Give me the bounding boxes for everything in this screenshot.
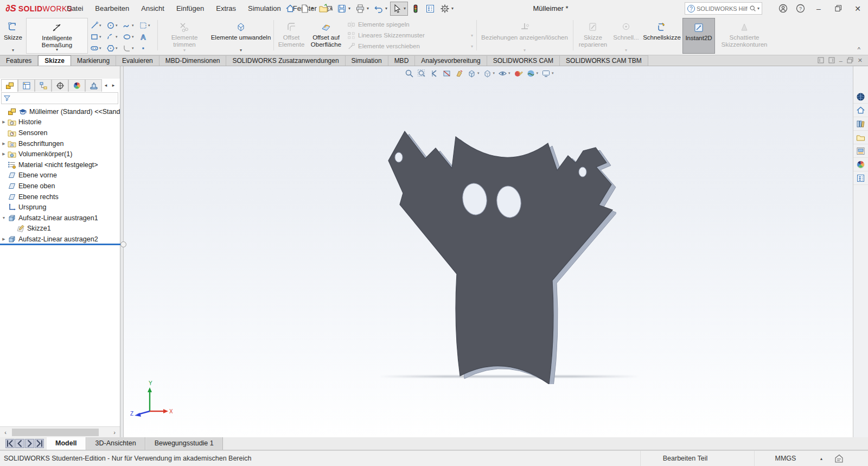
ribbon-collapse-chevron[interactable]: ^ [858,46,860,53]
line-tool-button[interactable]: ▾ [90,20,106,31]
tab-features[interactable]: Features [0,55,38,66]
smart-dimension-button[interactable]: Intelligente Bemaßung ▾ [26,18,88,54]
section-view-button[interactable] [441,67,453,79]
save-button[interactable]: ▾ [335,2,353,16]
tree-item-aufsatz-linear-austragen2[interactable]: ▶Aufsatz-Linear austragen2 [0,234,120,245]
arc-tool-button[interactable]: ▾ [106,31,123,42]
tree-filter-box[interactable] [1,92,118,104]
tree-item-beschriftungen[interactable]: ▶ABeschriftungen [0,138,120,149]
bottom-tab-modell[interactable]: Modell [46,437,86,450]
nav-last-button[interactable] [35,439,44,448]
instant2d-button[interactable]: Instant2D [682,18,715,54]
scroll-right-icon[interactable]: › [110,428,119,437]
tab-solidworks-cam[interactable]: SOLIDWORKS CAM [487,55,560,66]
display-style-button[interactable]: ▾ [481,67,497,79]
chevron-down-icon[interactable]: ▾ [1,48,25,53]
chevron-down-icon[interactable]: ▾ [508,71,510,75]
featuremanager-tab[interactable] [1,79,18,92]
pane-left-icon[interactable] [818,57,824,65]
minimize-button[interactable]: – [810,1,827,16]
rollback-bar[interactable] [0,244,120,245]
chevron-down-icon[interactable]: ▾ [552,71,554,75]
chevron-down-icon[interactable]: ▾ [132,35,134,39]
resources-globe-tab[interactable] [853,90,868,104]
pane-right-icon[interactable] [828,57,835,65]
view-settings-button[interactable]: ▾ [540,67,556,79]
search-input[interactable] [695,5,749,12]
configurationmanager-tab[interactable] [35,79,52,92]
chevron-down-icon[interactable]: ▾ [132,23,134,28]
help-icon[interactable]: ? [793,2,807,16]
previous-view-button[interactable] [428,67,441,79]
rebuild-traffic-light-button[interactable] [409,2,423,16]
tree-item-aufsatz-linear-austragen1[interactable]: ▼Aufsatz-Linear austragen1 [0,213,120,224]
chevron-down-icon[interactable]: ▾ [116,23,118,28]
displaymanager-tab[interactable] [68,79,85,92]
panel-scroll-right-icon[interactable]: ▸ [110,79,117,92]
chevron-down-icon[interactable]: ▾ [311,6,314,11]
spline-tool-button[interactable]: ▾ [123,20,139,31]
chevron-down-icon[interactable]: ▾ [132,46,134,50]
doc-minimize-icon[interactable]: – [839,58,843,64]
chevron-down-icon[interactable]: ▾ [99,23,101,28]
chevron-down-icon[interactable]: ▾ [99,46,101,50]
move-entities-button[interactable]: Elemente verschieben▾ [347,41,473,52]
chevron-down-icon[interactable]: ▾ [148,23,150,28]
tree-item-historie[interactable]: ▶Historie [0,117,120,128]
fillet-tool-button[interactable]: ▾ [123,42,139,54]
menu-einfügen[interactable]: Einfügen [170,0,210,17]
bottom-tab-3d-ansichten[interactable]: 3D-Ansichten [86,437,145,450]
menu-simulation[interactable]: Simulation [242,0,287,17]
status-units-selector[interactable]: MMGS [754,451,816,466]
offset-entities-button[interactable]: Offset Elemente [276,18,307,54]
chevron-down-icon[interactable]: ▾ [210,48,271,53]
menu-ansicht[interactable]: Ansicht [135,0,170,17]
search-icon[interactable] [749,5,756,12]
menu-extras[interactable]: Extras [210,0,242,17]
menu-bearbeiten[interactable]: Bearbeiten [89,0,135,17]
view-palette-tab[interactable] [853,144,868,158]
tree-item-ebene-vorne[interactable]: Ebene vorne [0,170,120,181]
expander-right-icon[interactable]: ▶ [0,237,8,241]
tree-item-skizze1[interactable]: Skizze1 [0,224,120,234]
trim-entities-button[interactable]: Elemente trimmen ▾ [161,18,208,54]
chevron-down-icon[interactable]: ▾ [116,46,118,50]
expander-right-icon[interactable]: ▶ [0,120,8,124]
offset-on-surface-button[interactable]: Offset auf Oberfläche [307,18,345,54]
sketch-pattern-tool-button[interactable]: ▾ [139,20,155,31]
zoom-area-button[interactable] [416,67,428,79]
chevron-down-icon[interactable]: ▾ [537,71,539,75]
nav-first-button[interactable] [5,439,15,448]
expander-down-icon[interactable]: ▼ [0,216,8,220]
circle-tool-button[interactable]: ▾ [106,20,123,31]
doc-restore-icon[interactable] [847,57,853,65]
restore-button[interactable] [830,1,846,16]
scroll-left-icon[interactable]: ‹ [1,428,10,437]
tab-mbd-dimensionen[interactable]: MBD-Dimensionen [159,55,227,66]
shaded-sketch-contours-button[interactable]: Schattierte Skizzenkonturen [717,18,771,54]
units-caret-icon[interactable]: ▴ [820,451,822,466]
doc-close-icon[interactable]: ✕ [858,57,863,64]
user-account-icon[interactable] [776,2,790,16]
open-folder-button[interactable]: ▾ [316,2,334,16]
chevron-down-icon[interactable]: ▾ [99,35,101,39]
tree-item-ursprung[interactable]: Ursprung [0,202,120,213]
tree-item-volumenk-rper-1-[interactable]: ▶Volumenkörper(1) [0,149,120,159]
nav-next-button[interactable] [25,439,34,448]
expander-right-icon[interactable]: ▶ [0,152,8,156]
custom-properties-tab[interactable] [853,171,868,185]
scrollbar-thumb[interactable] [12,429,99,436]
expander-right-icon[interactable]: ▶ [0,142,8,146]
chevron-down-icon[interactable]: ▾ [348,6,350,11]
graphics-viewport[interactable]: ▾▾▾▾▾ Y [124,66,853,437]
undo-button[interactable]: ▾ [372,2,390,16]
chevron-down-icon[interactable]: ▾ [27,47,87,52]
chevron-down-icon[interactable]: ▾ [477,71,480,75]
settings-gear-button[interactable]: ▾ [438,2,456,16]
chevron-down-icon[interactable]: ▾ [385,6,387,11]
chevron-down-icon[interactable]: ▾ [493,71,495,75]
mirror-entities-button[interactable]: Elemente spiegeln [347,19,473,30]
tree-item-material-nicht-festgelegt-[interactable]: Material <nicht festgelegt> [0,159,120,170]
appearances-tab[interactable] [853,158,868,171]
menu-datei[interactable]: Datei [61,0,89,17]
